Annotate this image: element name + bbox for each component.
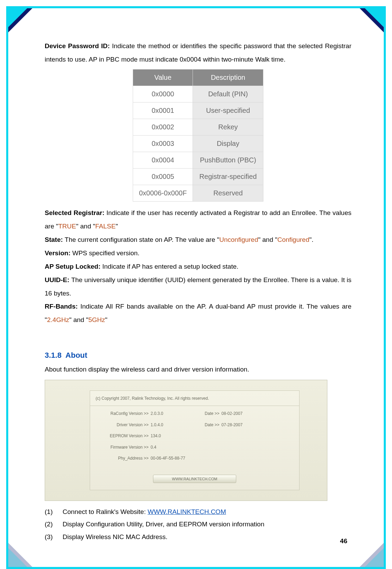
about-row-phy-address: Phy_Address >> 00-06-4F-55-88-77 <box>90 453 299 464</box>
page-number: 46 <box>340 537 347 545</box>
table-row: 0x0004PushButton (PBC) <box>133 152 263 168</box>
heading-selected-registrar: Selected Registrar: <box>45 209 107 216</box>
list-item: (3) Display Wireless NIC MAC Address. <box>45 531 351 543</box>
table-row: 0x0003Display <box>133 135 263 152</box>
paragraph-state: State: The current configuration state o… <box>45 233 351 247</box>
paragraph-uuid-e: UUID-E: The universally unique identifie… <box>45 273 351 300</box>
ralinktech-button[interactable]: WWW.RALINKTECH.COM <box>153 475 236 483</box>
about-intro: About function display the wireless card… <box>45 363 351 376</box>
heading-ap-setup-locked: AP Setup Locked: <box>45 263 102 270</box>
table-header-value: Value <box>133 69 193 86</box>
paragraph-device-password: Device Password ID: Indicate the method … <box>45 40 351 66</box>
about-row-driver: Driver Version >> 1.0.4.0 Date >> 07-28-… <box>90 419 299 431</box>
heading-version: Version: <box>45 249 72 257</box>
about-row-raconfig: RaConfig Version >> 2.0.3.0 Date >> 08-0… <box>90 408 299 419</box>
table-row: 0x0006-0x000FReserved <box>133 185 263 201</box>
heading-uuid-e: UUID-E: <box>45 276 71 283</box>
about-panel: (c) Copyright 2007, Ralink Technology, I… <box>45 380 327 501</box>
value-unconfigured: Unconfigured <box>219 236 258 243</box>
paragraph-selected-registrar: Selected Registrar: Indicate if the user… <box>45 206 351 233</box>
paragraph-rf-bands: RF-Bands: Indicate All RF bands availabl… <box>45 300 351 327</box>
value-description-table: Value Description 0x0000Default (PIN) 0x… <box>133 69 263 202</box>
paragraph-version: Version: WPS specified version. <box>45 247 351 260</box>
value-false: FALSE <box>95 223 116 230</box>
about-copyright: (c) Copyright 2007, Ralink Technology, I… <box>90 391 299 405</box>
ralinktech-link[interactable]: WWW.RALINKTECH.COM <box>148 508 226 515</box>
list-item: (2) Display Configuration Utility, Drive… <box>45 518 351 530</box>
paragraph-ap-setup-locked: AP Setup Locked: Indicate if AP has ente… <box>45 260 351 273</box>
table-header-description: Description <box>193 69 263 86</box>
table-row: 0x0002Rekey <box>133 119 263 135</box>
table-row: 0x0000Default (PIN) <box>133 86 263 102</box>
about-row-firmware: Firmware Version >> 0.4 <box>90 442 299 453</box>
heading-state: State: <box>45 236 65 243</box>
value-configured: Configured <box>277 236 309 243</box>
section-title-about: 3.1.8 About <box>45 347 351 363</box>
value-5ghz: 5GHz <box>88 316 105 323</box>
list-item: (1) Connect to Ralink's Website: WWW.RAL… <box>45 506 351 518</box>
heading-rf-bands: RF-Bands: <box>45 303 80 310</box>
about-inner-panel: (c) Copyright 2007, Ralink Technology, I… <box>90 390 300 490</box>
table-row: 0x0001User-specified <box>133 102 263 119</box>
about-row-eeprom: EEPROM Version >> 134.0 <box>90 430 299 442</box>
notes-list: (1) Connect to Ralink's Website: WWW.RAL… <box>45 506 351 543</box>
table-row: 0x0005Registrar-specified <box>133 168 263 185</box>
heading-device-password: Device Password ID: <box>45 42 112 50</box>
value-true: TRUE <box>58 223 76 230</box>
value-24ghz: 2.4GHz <box>47 316 69 323</box>
